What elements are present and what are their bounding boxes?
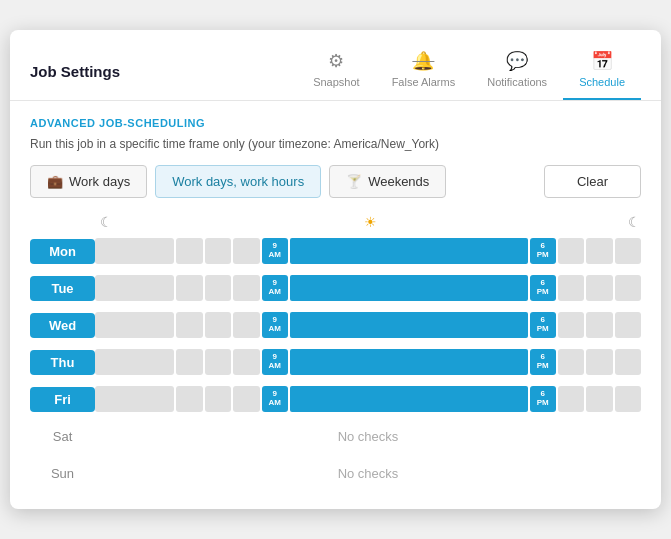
mon-range-mid <box>290 238 528 264</box>
wed-range-mid <box>290 312 528 338</box>
fri-inactive-c4 <box>233 386 259 412</box>
mon-inactive-before <box>95 238 174 264</box>
tue-inactive-a1 <box>558 275 584 301</box>
thu-range-mid <box>290 349 528 375</box>
wed-end-badge: 6 PM <box>530 312 556 338</box>
day-label-sat: Sat <box>30 429 95 444</box>
thu-inactive-before <box>95 349 174 375</box>
fri-range-mid <box>290 386 528 412</box>
work-days-hours-button[interactable]: Work days, work hours <box>155 165 321 198</box>
weekends-icon: 🍸 <box>346 174 362 189</box>
mon-inactive-a1 <box>558 238 584 264</box>
table-row: Fri 9 AM 6 PM <box>30 382 641 416</box>
sat-no-checks: No checks <box>95 429 641 444</box>
false-alarms-icon: 🔔 <box>412 50 434 72</box>
table-row: Sat No checks <box>30 419 641 453</box>
tue-inactive-c4 <box>233 275 259 301</box>
fri-inactive-a3 <box>615 386 641 412</box>
mon-inactive-c4 <box>233 238 259 264</box>
tue-inactive-c3 <box>205 275 231 301</box>
time-icons-row: ☾ ☀ ☾ <box>30 214 641 230</box>
tab-false-alarms[interactable]: 🔔 False Alarms <box>376 42 472 100</box>
fri-inactive-c2 <box>176 386 202 412</box>
thu-inactive-a1 <box>558 349 584 375</box>
work-days-button[interactable]: 💼 Work days <box>30 165 147 198</box>
fri-inactive-c3 <box>205 386 231 412</box>
mon-inactive-c2 <box>176 238 202 264</box>
wed-inactive-c4 <box>233 312 259 338</box>
tab-snapshot[interactable]: ⚙ Snapshot <box>297 42 375 100</box>
thu-inactive-c4 <box>233 349 259 375</box>
section-title: ADVANCED JOB-SCHEDULING <box>30 117 641 129</box>
thu-inactive-a3 <box>615 349 641 375</box>
table-row: Thu 9 AM 6 PM <box>30 345 641 379</box>
fri-inactive-a1 <box>558 386 584 412</box>
tue-end-badge: 6 PM <box>530 275 556 301</box>
wed-inactive-a3 <box>615 312 641 338</box>
nav-tabs: ⚙ Snapshot 🔔 False Alarms 💬 Notification… <box>297 42 641 100</box>
clear-button[interactable]: Clear <box>544 165 641 198</box>
schedule-grid: ☾ ☀ ☾ Mon 9 AM 6 <box>30 214 641 490</box>
mon-inactive-a3 <box>615 238 641 264</box>
wed-inactive-c2 <box>176 312 202 338</box>
tue-range-mid <box>290 275 528 301</box>
snapshot-icon: ⚙ <box>328 50 344 72</box>
mon-start-badge: 9 AM <box>262 238 288 264</box>
mon-inactive-a2 <box>586 238 612 264</box>
tue-inactive-c2 <box>176 275 202 301</box>
day-label-sun: Sun <box>30 466 95 481</box>
table-row: Sun No checks <box>30 456 641 490</box>
wed-inactive-a2 <box>586 312 612 338</box>
tue-start-badge: 9 AM <box>262 275 288 301</box>
sun-no-checks: No checks <box>95 466 641 481</box>
thu-end-badge: 6 PM <box>530 349 556 375</box>
wed-start-badge: 9 AM <box>262 312 288 338</box>
wed-inactive-a1 <box>558 312 584 338</box>
mon-end-badge: 6 PM <box>530 238 556 264</box>
page-title: Job Settings <box>30 63 120 80</box>
table-row: Wed 9 AM 6 PM <box>30 308 641 342</box>
schedule-icon: 📅 <box>591 50 613 72</box>
content-area: ADVANCED JOB-SCHEDULING Run this job in … <box>10 101 661 509</box>
mon-cells[interactable]: 9 AM 6 PM <box>95 238 641 264</box>
tue-inactive-a2 <box>586 275 612 301</box>
section-description: Run this job in a specific time frame on… <box>30 137 641 151</box>
thu-start-badge: 9 AM <box>262 349 288 375</box>
thu-cells[interactable]: 9 AM 6 PM <box>95 349 641 375</box>
table-row: Tue 9 AM 6 PM <box>30 271 641 305</box>
sun-icon: ☀ <box>364 214 377 230</box>
notifications-icon: 💬 <box>506 50 528 72</box>
day-label-fri: Fri <box>30 387 95 412</box>
header: Job Settings ⚙ Snapshot 🔔 False Alarms 💬… <box>10 30 661 101</box>
thu-inactive-c3 <box>205 349 231 375</box>
day-label-thu: Thu <box>30 350 95 375</box>
fri-cells[interactable]: 9 AM 6 PM <box>95 386 641 412</box>
tue-inactive-before <box>95 275 174 301</box>
wed-cells[interactable]: 9 AM 6 PM <box>95 312 641 338</box>
day-label-wed: Wed <box>30 313 95 338</box>
thu-inactive-c2 <box>176 349 202 375</box>
fri-end-badge: 6 PM <box>530 386 556 412</box>
main-window: Job Settings ⚙ Snapshot 🔔 False Alarms 💬… <box>10 30 661 509</box>
work-days-icon: 💼 <box>47 174 63 189</box>
table-row: Mon 9 AM 6 PM <box>30 234 641 268</box>
tue-cells[interactable]: 9 AM 6 PM <box>95 275 641 301</box>
fri-inactive-a2 <box>586 386 612 412</box>
thu-inactive-a2 <box>586 349 612 375</box>
moon-left-icon: ☾ <box>100 214 113 230</box>
moon-right-icon: ☾ <box>628 214 641 230</box>
day-label-tue: Tue <box>30 276 95 301</box>
wed-inactive-before <box>95 312 174 338</box>
fri-start-badge: 9 AM <box>262 386 288 412</box>
tab-schedule[interactable]: 📅 Schedule <box>563 42 641 100</box>
weekends-button[interactable]: 🍸 Weekends <box>329 165 446 198</box>
tue-inactive-a3 <box>615 275 641 301</box>
day-label-mon: Mon <box>30 239 95 264</box>
preset-buttons-row: 💼 Work days Work days, work hours 🍸 Week… <box>30 165 641 198</box>
fri-inactive-before <box>95 386 174 412</box>
mon-inactive-c3 <box>205 238 231 264</box>
wed-inactive-c3 <box>205 312 231 338</box>
tab-notifications[interactable]: 💬 Notifications <box>471 42 563 100</box>
